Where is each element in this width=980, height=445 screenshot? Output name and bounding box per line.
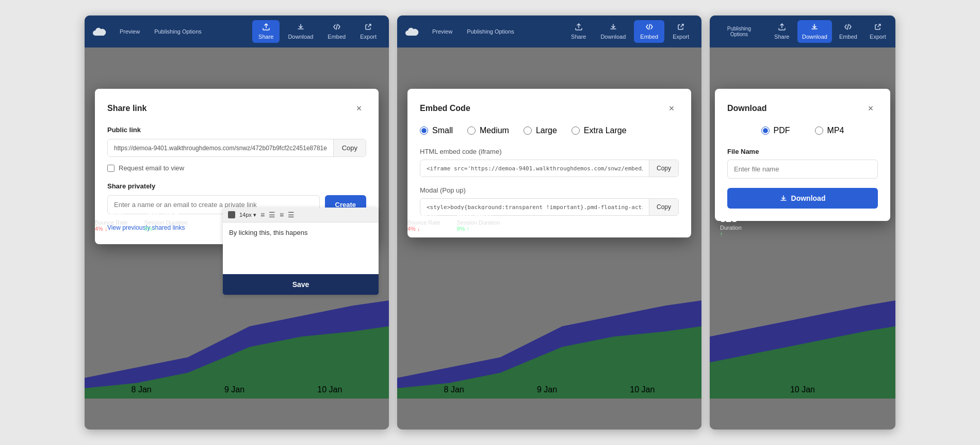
public-link-input-row: Copy bbox=[107, 139, 366, 157]
share-panel: Preview Publishing Options Share Downloa… bbox=[85, 15, 389, 430]
share-label: Share bbox=[258, 34, 273, 40]
close-button[interactable]: × bbox=[352, 101, 366, 116]
publishing-options-label-3: Publishing Options bbox=[720, 26, 758, 37]
size-large-option[interactable]: Large bbox=[524, 126, 557, 135]
duration-value: 32s bbox=[720, 213, 742, 225]
align-right-icon[interactable]: ≡ bbox=[280, 211, 284, 219]
download-button-2[interactable]: Download bbox=[594, 20, 632, 43]
iframe-section: HTML embed code (iframe) Copy bbox=[420, 148, 679, 177]
preview-label: Preview bbox=[120, 28, 140, 35]
cloud-icon bbox=[91, 23, 108, 40]
align-justify-icon[interactable]: ☰ bbox=[288, 211, 295, 219]
share-button[interactable]: Share bbox=[252, 20, 280, 43]
copy-public-link-button[interactable]: Copy bbox=[333, 139, 366, 156]
chart-area-3: 10 Jan bbox=[710, 285, 895, 399]
size-extra-large-option[interactable]: Extra Large bbox=[571, 126, 627, 135]
editor-content[interactable]: By licking this, this hapens bbox=[223, 223, 379, 274]
download-modal: Download × PDF MP4 File Name bbox=[715, 89, 890, 221]
duration-stat: 32s Duration ↑ bbox=[720, 213, 742, 237]
embed-label-3: Embed bbox=[839, 34, 857, 40]
session-duration-stat: 5m 32s Session Duration 9% ↑ bbox=[144, 208, 188, 232]
embed-button-2[interactable]: Embed bbox=[634, 20, 664, 43]
chart-label-6: 10 Jan bbox=[630, 385, 655, 394]
editor-toolbar: 14px ▾ ≡ ☰ ≡ ☰ bbox=[223, 208, 379, 223]
iframe-label: HTML embed code (iframe) bbox=[420, 148, 679, 155]
publishing-options-button-2[interactable]: Publishing Options bbox=[461, 25, 520, 38]
download-label: Download bbox=[288, 34, 313, 40]
format-mp4-radio[interactable] bbox=[815, 126, 823, 135]
format-pdf-label: PDF bbox=[774, 126, 790, 135]
embed-modal-header: Embed Code × bbox=[420, 101, 679, 116]
share-button-3[interactable]: Share bbox=[769, 20, 795, 43]
iframe-copy-button[interactable]: Copy bbox=[649, 160, 678, 177]
download-close-button[interactable]: × bbox=[863, 101, 878, 116]
font-size-selector[interactable]: 14px ▾ bbox=[239, 212, 256, 218]
publishing-options-button-3[interactable]: Publishing Options bbox=[714, 23, 764, 40]
embed-button[interactable]: Embed bbox=[321, 20, 352, 43]
modal-copy-button[interactable]: Copy bbox=[649, 199, 678, 215]
bounce-rate-value: 24.9% bbox=[95, 208, 128, 219]
share-icon bbox=[263, 23, 270, 32]
embed-panel: Preview Publishing Options Share Downloa… bbox=[397, 15, 701, 430]
download-button-3[interactable]: Download bbox=[797, 20, 832, 43]
download-label-2: Download bbox=[600, 34, 626, 40]
email-checkbox[interactable] bbox=[107, 165, 115, 172]
chart-label-5: 9 Jan bbox=[537, 385, 557, 394]
session-duration-value: 5m 32s bbox=[144, 208, 188, 219]
bounce-rate-label: Bounce Rate bbox=[95, 219, 128, 226]
size-medium-option[interactable]: Medium bbox=[467, 126, 509, 135]
publishing-options-button[interactable]: Publishing Options bbox=[148, 25, 208, 38]
download-icon-3 bbox=[811, 23, 818, 32]
size-large-label: Large bbox=[536, 126, 557, 135]
chart-label-4: 8 Jan bbox=[444, 385, 464, 394]
session-duration-change-2: 9% ↑ bbox=[457, 226, 500, 232]
download-btn-label: Download bbox=[791, 194, 826, 202]
preview-button[interactable]: Preview bbox=[113, 25, 146, 38]
chart-labels-2: 8 Jan 9 Jan 10 Jan bbox=[397, 385, 701, 394]
share-label-2: Share bbox=[571, 34, 586, 40]
embed-label: Embed bbox=[328, 34, 346, 40]
modal-title: Share link bbox=[107, 104, 146, 113]
download-panel: Publishing Options Share Download Embed bbox=[710, 15, 895, 430]
size-small-option[interactable]: Small bbox=[420, 126, 453, 135]
format-radio-group: PDF MP4 bbox=[727, 126, 878, 135]
format-pdf-option[interactable]: PDF bbox=[761, 126, 790, 135]
iframe-code-input[interactable] bbox=[420, 161, 649, 177]
iframe-input-row: Copy bbox=[420, 160, 679, 177]
embed-button-3[interactable]: Embed bbox=[834, 20, 862, 43]
bounce-rate-change-2: 4% ↓ bbox=[407, 226, 440, 232]
session-duration-value-2: 5m 32s bbox=[457, 208, 500, 219]
session-duration-change: 9% ↑ bbox=[144, 226, 188, 232]
share-icon-3 bbox=[778, 23, 786, 32]
align-center-icon[interactable]: ☰ bbox=[269, 211, 275, 219]
preview-button-2[interactable]: Preview bbox=[426, 25, 459, 38]
align-left-icon[interactable]: ≡ bbox=[260, 211, 265, 219]
embed-close-button[interactable]: × bbox=[664, 101, 679, 116]
export-button-3[interactable]: Export bbox=[864, 20, 891, 43]
embed-icon bbox=[333, 23, 340, 32]
export-label-3: Export bbox=[870, 34, 886, 40]
modal-area-download: Download × PDF MP4 File Name bbox=[710, 47, 895, 430]
size-small-radio[interactable] bbox=[420, 126, 428, 135]
share-icon-2 bbox=[575, 23, 582, 32]
export-button-2[interactable]: Export bbox=[666, 20, 695, 43]
format-mp4-option[interactable]: MP4 bbox=[815, 126, 844, 135]
stats-area-2: 24.9% Bounce Rate 4% ↓ 5m 32s Session Du… bbox=[407, 208, 500, 232]
chart-label-3: 10 Jan bbox=[317, 385, 342, 394]
chart-labels-3: 10 Jan bbox=[710, 385, 895, 394]
public-link-input[interactable] bbox=[108, 140, 333, 156]
download-icon-2 bbox=[610, 23, 617, 32]
size-extra-large-radio[interactable] bbox=[571, 126, 580, 135]
export-button[interactable]: Export bbox=[354, 20, 383, 43]
size-medium-radio[interactable] bbox=[467, 126, 476, 135]
size-large-radio[interactable] bbox=[524, 126, 532, 135]
public-link-label: Public link bbox=[107, 126, 366, 134]
share-button-2[interactable]: Share bbox=[565, 20, 592, 43]
download-button[interactable]: Download bbox=[282, 20, 319, 43]
size-medium-label: Medium bbox=[480, 126, 509, 135]
download-action-button[interactable]: Download bbox=[727, 188, 878, 209]
chart-labels: 8 Jan 9 Jan 10 Jan bbox=[85, 385, 389, 394]
format-pdf-radio[interactable] bbox=[761, 126, 770, 135]
file-name-input[interactable] bbox=[727, 160, 878, 179]
duration-change: ↑ bbox=[720, 231, 742, 237]
